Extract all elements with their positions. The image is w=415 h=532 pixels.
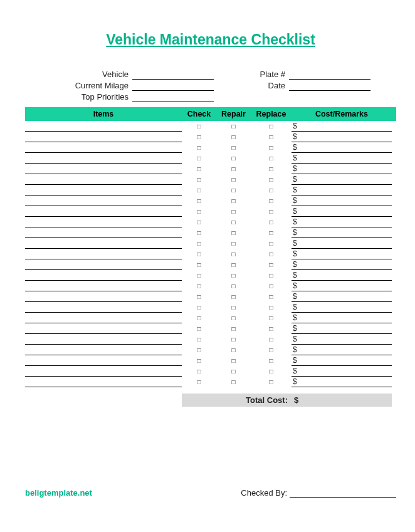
item-field[interactable]: [25, 355, 182, 366]
item-field[interactable]: [25, 206, 182, 217]
item-field[interactable]: [25, 345, 182, 355]
check-box[interactable]: □: [182, 164, 216, 174]
check-box[interactable]: □: [182, 334, 216, 345]
cost-field[interactable]: $: [292, 323, 392, 334]
repair-box[interactable]: □: [216, 217, 251, 227]
cost-field[interactable]: $: [292, 259, 392, 270]
repair-box[interactable]: □: [216, 238, 251, 249]
item-field[interactable]: [25, 217, 182, 227]
replace-box[interactable]: □: [251, 185, 292, 196]
priorities-field[interactable]: [132, 92, 214, 102]
replace-box[interactable]: □: [251, 206, 292, 217]
date-field[interactable]: [289, 81, 370, 91]
replace-box[interactable]: □: [251, 323, 292, 334]
item-field[interactable]: [25, 227, 182, 238]
cost-field[interactable]: $: [292, 132, 392, 142]
check-box[interactable]: □: [182, 291, 216, 302]
check-box[interactable]: □: [182, 174, 216, 185]
cost-field[interactable]: $: [292, 227, 392, 238]
check-box[interactable]: □: [182, 281, 216, 291]
replace-box[interactable]: □: [251, 345, 292, 355]
check-box[interactable]: □: [182, 270, 216, 281]
item-field[interactable]: [25, 270, 182, 281]
replace-box[interactable]: □: [251, 355, 292, 366]
repair-box[interactable]: □: [216, 164, 251, 174]
item-field[interactable]: [25, 174, 182, 185]
item-field[interactable]: [25, 153, 182, 164]
replace-box[interactable]: □: [251, 142, 292, 153]
repair-box[interactable]: □: [216, 174, 251, 185]
item-field[interactable]: [25, 121, 182, 132]
check-box[interactable]: □: [182, 227, 216, 238]
item-field[interactable]: [25, 366, 182, 377]
replace-box[interactable]: □: [251, 313, 292, 323]
cost-field[interactable]: $: [292, 302, 392, 313]
replace-box[interactable]: □: [251, 132, 292, 142]
repair-box[interactable]: □: [216, 366, 251, 377]
replace-box[interactable]: □: [251, 217, 292, 227]
repair-box[interactable]: □: [216, 196, 251, 206]
replace-box[interactable]: □: [251, 366, 292, 377]
repair-box[interactable]: □: [216, 302, 251, 313]
replace-box[interactable]: □: [251, 153, 292, 164]
check-box[interactable]: □: [182, 206, 216, 217]
cost-field[interactable]: $: [292, 196, 392, 206]
check-box[interactable]: □: [182, 259, 216, 270]
item-field[interactable]: [25, 196, 182, 206]
repair-box[interactable]: □: [216, 377, 251, 387]
item-field[interactable]: [25, 249, 182, 259]
check-box[interactable]: □: [182, 153, 216, 164]
cost-field[interactable]: $: [292, 142, 392, 153]
check-box[interactable]: □: [182, 302, 216, 313]
replace-box[interactable]: □: [251, 164, 292, 174]
cost-field[interactable]: $: [292, 238, 392, 249]
item-field[interactable]: [25, 313, 182, 323]
replace-box[interactable]: □: [251, 334, 292, 345]
item-field[interactable]: [25, 302, 182, 313]
replace-box[interactable]: □: [251, 121, 292, 132]
repair-box[interactable]: □: [216, 345, 251, 355]
repair-box[interactable]: □: [216, 249, 251, 259]
item-field[interactable]: [25, 291, 182, 302]
repair-box[interactable]: □: [216, 132, 251, 142]
item-field[interactable]: [25, 142, 182, 153]
repair-box[interactable]: □: [216, 323, 251, 334]
repair-box[interactable]: □: [216, 142, 251, 153]
cost-field[interactable]: $: [292, 345, 392, 355]
check-box[interactable]: □: [182, 366, 216, 377]
item-field[interactable]: [25, 281, 182, 291]
cost-field[interactable]: $: [292, 185, 392, 196]
vehicle-field[interactable]: [132, 70, 214, 80]
checked-by-field[interactable]: [290, 488, 396, 498]
item-field[interactable]: [25, 377, 182, 387]
replace-box[interactable]: □: [251, 238, 292, 249]
cost-field[interactable]: $: [292, 366, 392, 377]
cost-field[interactable]: $: [292, 270, 392, 281]
replace-box[interactable]: □: [251, 377, 292, 387]
item-field[interactable]: [25, 323, 182, 334]
repair-box[interactable]: □: [216, 313, 251, 323]
replace-box[interactable]: □: [251, 174, 292, 185]
item-field[interactable]: [25, 132, 182, 142]
item-field[interactable]: [25, 185, 182, 196]
cost-field[interactable]: $: [292, 121, 392, 132]
check-box[interactable]: □: [182, 249, 216, 259]
cost-field[interactable]: $: [292, 334, 392, 345]
cost-field[interactable]: $: [292, 206, 392, 217]
repair-box[interactable]: □: [216, 291, 251, 302]
item-field[interactable]: [25, 164, 182, 174]
check-box[interactable]: □: [182, 355, 216, 366]
cost-field[interactable]: $: [292, 377, 392, 387]
item-field[interactable]: [25, 334, 182, 345]
check-box[interactable]: □: [182, 121, 216, 132]
check-box[interactable]: □: [182, 196, 216, 206]
replace-box[interactable]: □: [251, 227, 292, 238]
cost-field[interactable]: $: [292, 291, 392, 302]
replace-box[interactable]: □: [251, 249, 292, 259]
repair-box[interactable]: □: [216, 227, 251, 238]
replace-box[interactable]: □: [251, 291, 292, 302]
check-box[interactable]: □: [182, 323, 216, 334]
cost-field[interactable]: $: [292, 153, 392, 164]
replace-box[interactable]: □: [251, 259, 292, 270]
check-box[interactable]: □: [182, 313, 216, 323]
